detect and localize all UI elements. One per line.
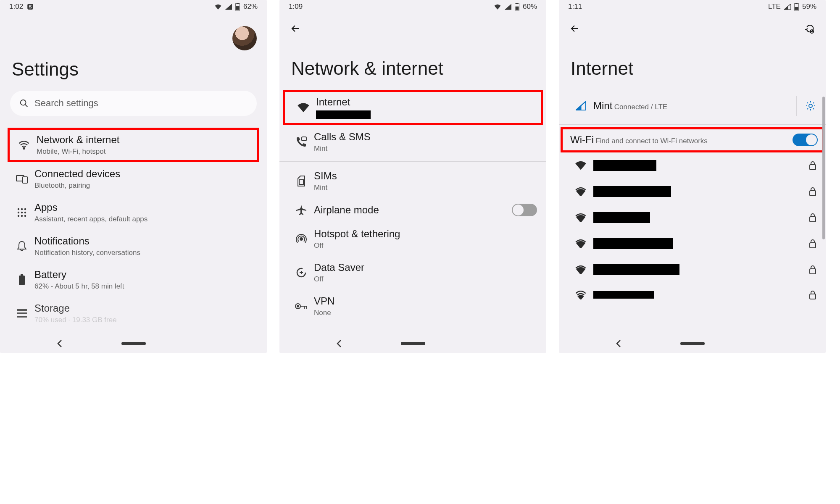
- wifi-network-item[interactable]: [559, 283, 826, 301]
- scroll-indicator[interactable]: [822, 97, 825, 239]
- search-settings-input[interactable]: Search settings: [10, 91, 257, 116]
- svg-point-16: [18, 215, 19, 217]
- svg-rect-40: [795, 7, 798, 10]
- gear-icon: [805, 100, 816, 111]
- svg-rect-4: [236, 6, 239, 10]
- item-subtitle: Notification history, conversations: [34, 249, 140, 257]
- battery-percent: 59%: [802, 3, 816, 11]
- svg-rect-47: [810, 269, 816, 274]
- wifi-fill-icon: [291, 102, 316, 113]
- svg-rect-43: [810, 165, 816, 170]
- signal-status-icon: [505, 4, 511, 10]
- sim-icon: [289, 176, 314, 186]
- back-button[interactable]: [567, 21, 582, 36]
- battery-icon: [9, 274, 34, 285]
- navigation-bar: [559, 334, 826, 353]
- settings-item-connected-devices[interactable]: Connected devices Bluetooth, pairing: [0, 162, 267, 196]
- page-title: Internet: [559, 36, 826, 90]
- network-item-internet[interactable]: Internet: [283, 90, 543, 125]
- svg-point-13: [18, 212, 19, 213]
- wifi-icon: [11, 140, 37, 150]
- signal-status-icon: [225, 4, 232, 10]
- network-item-calls-sms[interactable]: Calls & SMS Mint: [279, 125, 546, 159]
- svg-rect-23: [17, 316, 27, 318]
- wifi-network-item[interactable]: [559, 152, 826, 178]
- svg-point-7: [23, 148, 24, 149]
- svg-rect-9: [23, 177, 27, 183]
- profile-avatar[interactable]: [232, 26, 257, 50]
- item-subtitle: Mint: [314, 144, 371, 153]
- item-title: Storage: [34, 302, 117, 314]
- storage-icon: [9, 309, 34, 318]
- phone-internet: 1:11 LTE 59% Internet Mint Connected / L…: [559, 0, 826, 353]
- item-subtitle: None: [314, 309, 334, 317]
- item-title: Hotspot & tethering: [314, 228, 400, 240]
- wifi-network-item[interactable]: [559, 257, 826, 283]
- wifi-signal-icon: [568, 187, 593, 196]
- network-name-redacted: [593, 160, 656, 171]
- svg-point-15: [24, 212, 26, 213]
- carrier-name: Mint: [593, 100, 612, 111]
- carrier-settings-button[interactable]: [796, 96, 816, 116]
- svg-rect-20: [19, 276, 25, 285]
- phone-settings: 1:02 S 62% Settings Search settings: [0, 0, 267, 353]
- svg-rect-46: [810, 243, 816, 248]
- item-subtitle: Bluetooth, pairing: [34, 181, 120, 190]
- network-name-redacted: [593, 186, 671, 197]
- nav-back-icon[interactable]: [336, 339, 342, 348]
- status-bar: 1:02 S 62%: [0, 0, 267, 13]
- wifi-toggle-row[interactable]: Wi-Fi Find and connect to Wi-Fi networks: [561, 127, 824, 152]
- nav-back-icon[interactable]: [616, 339, 621, 348]
- status-bar: 1:09 60%: [279, 0, 546, 13]
- nav-home-pill[interactable]: [680, 342, 705, 345]
- item-title: Data Saver: [314, 262, 364, 273]
- nav-back-icon[interactable]: [57, 339, 63, 348]
- battery-percent: 60%: [523, 3, 537, 11]
- svg-rect-22: [17, 312, 27, 314]
- wifi-status-icon: [214, 4, 222, 10]
- wifi-network-item[interactable]: [559, 231, 826, 257]
- network-item-vpn[interactable]: VPN None: [279, 289, 546, 323]
- signal-status-icon: [784, 4, 791, 10]
- settings-item-apps[interactable]: Apps Assistant, recent apps, default app…: [0, 196, 267, 229]
- settings-item-notifications[interactable]: Notifications Notification history, conv…: [0, 229, 267, 263]
- network-item-hotspot[interactable]: Hotspot & tethering Off: [279, 222, 546, 256]
- svg-rect-19: [21, 274, 23, 276]
- wifi-subtitle: Find and connect to Wi-Fi networks: [595, 137, 707, 145]
- back-button[interactable]: [288, 21, 303, 36]
- status-bar: 1:11 LTE 59%: [559, 0, 826, 13]
- wifi-signal-icon: [568, 265, 593, 274]
- reset-network-icon[interactable]: [802, 21, 817, 36]
- wifi-network-item[interactable]: [559, 205, 826, 231]
- nav-home-pill[interactable]: [121, 342, 146, 345]
- settings-item-storage[interactable]: Storage 70% used · 19.33 GB free: [0, 297, 267, 330]
- settings-item-network-internet[interactable]: Network & internet Mobile, Wi-Fi, hotspo…: [8, 128, 259, 162]
- nav-home-pill[interactable]: [401, 342, 425, 345]
- airplane-mode-toggle[interactable]: [512, 204, 537, 216]
- datasaver-icon: [289, 267, 314, 278]
- search-placeholder: Search settings: [34, 98, 98, 109]
- airplane-icon: [289, 205, 314, 215]
- wifi-toggle[interactable]: [793, 134, 818, 146]
- network-item-data-saver[interactable]: Data Saver Off: [279, 256, 546, 289]
- svg-point-17: [21, 215, 23, 217]
- phone-sms-icon: [289, 136, 314, 147]
- hotspot-icon: [289, 234, 314, 244]
- network-name-redacted: [593, 238, 673, 249]
- item-subtitle: Mobile, Wi-Fi, hotspot: [37, 147, 119, 156]
- search-icon: [19, 99, 29, 108]
- carrier-item[interactable]: Mint Connected / LTE: [559, 90, 826, 122]
- network-item-airplane-mode[interactable]: Airplane mode: [279, 198, 546, 222]
- settings-item-battery[interactable]: Battery 62% - About 5 hr, 58 min left: [0, 263, 267, 297]
- network-name-redacted: [593, 291, 654, 299]
- item-title: Airplane mode: [314, 204, 379, 216]
- svg-point-14: [21, 212, 23, 213]
- svg-point-5: [21, 100, 26, 105]
- wifi-network-item[interactable]: [559, 178, 826, 205]
- status-time: 1:02: [9, 3, 23, 11]
- lock-icon: [809, 290, 816, 299]
- item-title: VPN: [314, 295, 334, 307]
- lock-icon: [809, 187, 816, 196]
- network-item-sims[interactable]: SIMs Mint: [279, 164, 546, 198]
- devices-icon: [9, 174, 34, 184]
